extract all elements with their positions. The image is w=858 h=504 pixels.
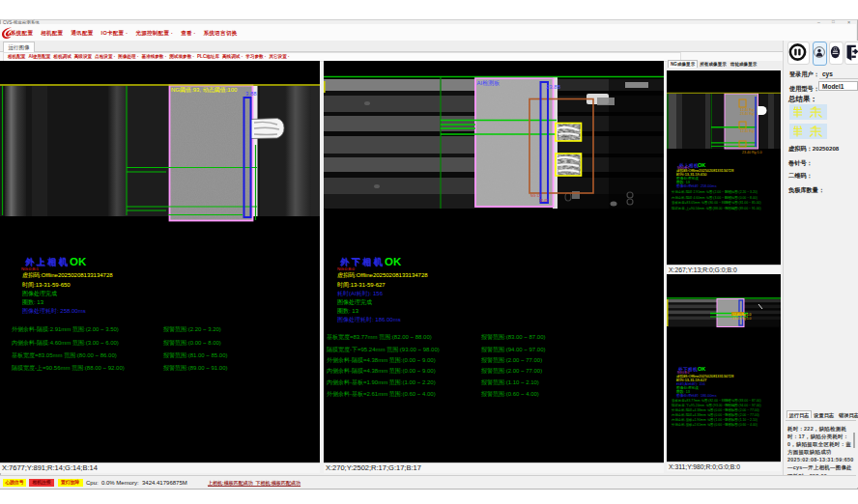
svg-text:图像处理耗时: 186.00ms: 图像处理耗时: 186.00ms	[676, 393, 717, 398]
svg-text:外侧余料-隔膜=4.38mm 范围:(0.00 ~ 9.00: 外侧余料-隔膜=4.38mm 范围:(0.00 ~ 9.00)	[327, 356, 436, 364]
svg-text:外侧余料-隔膜:2.91mm 范围:(2.00 ~ 3.50: 外侧余料-隔膜:2.91mm 范围:(2.00 ~ 3.50)	[672, 189, 732, 194]
svg-text:报警范围:(81.00 ~ 85.00): 报警范围:(81.00 ~ 85.00)	[162, 351, 228, 359]
svg-text:报警范围:(2.00 ~ 77.00): 报警范围:(2.00 ~ 77.00)	[480, 356, 542, 364]
svg-text:外侧余料-基板=2.61mm 范围:(0.60 ~ 4.00: 外侧余料-基板=2.61mm 范围:(0.60 ~ 4.00)	[327, 390, 436, 398]
svg-text:报警范围:(89.00 ~ 91.00): 报警范围:(89.00 ~ 91.00)	[162, 364, 228, 372]
svg-text:OK: OK	[385, 256, 402, 267]
svg-text:时间:13-31-59-650: 时间:13-31-59-650	[22, 282, 71, 289]
svg-text:基板宽度=83.77mm 范围:(82.00 ~ 88.00: 基板宽度=83.77mm 范围:(82.00 ~ 88.00)	[327, 333, 432, 341]
svg-text:报警范围:(2.20 ~ 3.20): 报警范围:(2.20 ~ 3.20)	[162, 325, 221, 333]
svg-text:报警范围:(83.00 ~ 87.00): 报警范围:(83.00 ~ 87.00)	[725, 398, 761, 403]
svg-text:3.88: 3.88	[245, 91, 257, 97]
svg-text:时间:13-31-59-627: 时间:13-31-59-627	[337, 282, 386, 289]
svg-text:23.40 Rg:1.0: 23.40 Rg:1.0	[742, 151, 762, 154]
svg-text:报警范围:(0.60 ~ 4.00): 报警范围:(0.60 ~ 4.00)	[480, 390, 539, 398]
svg-text:报警范围:(2.20 ~ 3.20): 报警范围:(2.20 ~ 3.20)	[725, 189, 758, 194]
svg-text:外侧余料-隔膜:2.91mm 范围:(2.00 ~ 3.50: 外侧余料-隔膜:2.91mm 范围:(2.00 ~ 3.50)	[12, 325, 119, 333]
svg-text:报警范围:(94.00 ~ 97.00): 报警范围:(94.00 ~ 97.00)	[725, 403, 761, 407]
svg-text:基板宽度=83.05mm 范围:(80.00 ~ 86.00: 基板宽度=83.05mm 范围:(80.00 ~ 86.00)	[672, 201, 730, 205]
svg-text:图像处理耗时: 186.00ms: 图像处理耗时: 186.00ms	[337, 316, 401, 323]
svg-text:圈数: 13: 圈数: 13	[22, 299, 44, 306]
svg-text:隔膜宽度-上=90.56mm 范围:(88.00 ~ 92.: 隔膜宽度-上=90.56mm 范围:(88.00 ~ 92.00)	[12, 364, 125, 372]
svg-text:虚拟码:Offline20250208133134728: 虚拟码:Offline20250208133134728	[22, 271, 113, 278]
svg-text:报警范围:(2.00 ~ 77.00): 报警范围:(2.00 ~ 77.00)	[725, 412, 759, 417]
svg-text:报警范围:(94.00 ~ 97.00): 报警范围:(94.00 ~ 97.00)	[480, 346, 546, 353]
svg-text:隔膜宽度-下=95.24mm 范围:(93.00 ~ 98.: 隔膜宽度-下=95.24mm 范围:(93.00 ~ 98.00)	[327, 346, 440, 353]
svg-text:图像处理完成: 图像处理完成	[337, 298, 372, 306]
svg-text:圈数: 13: 圈数: 13	[337, 308, 359, 315]
svg-text:NG:0;B:1: NG:0;B:1	[21, 266, 40, 271]
svg-text:报警范围:(0.60 ~ 4.00): 报警范围:(0.60 ~ 4.00)	[725, 422, 758, 427]
svg-text:12.45: 12.45	[539, 199, 548, 203]
svg-text:OK: OK	[70, 256, 87, 267]
svg-text:23.40 Rg:1.0: 23.40 Rg:1.0	[732, 317, 752, 321]
svg-text:12.40 Rg:1: 12.40 Rg:1	[740, 129, 757, 133]
svg-text:基板宽度=83.77mm 范围:(82.00 ~ 88.00: 基板宽度=83.77mm 范围:(82.00 ~ 88.00)	[672, 399, 730, 403]
svg-text:报警范围:(89.00 ~ 91.00): 报警范围:(89.00 ~ 91.00)	[725, 206, 761, 210]
svg-text:NG阈值:93, 动态阈值:100: NG阈值:93, 动态阈值:100	[171, 86, 238, 94]
svg-text:耗时(AI耗时): 156: 耗时(AI耗时): 156	[337, 291, 384, 297]
svg-text:报警范围:(2.00 ~ 77.00): 报警范围:(2.00 ~ 77.00)	[480, 367, 542, 375]
svg-text:内侧余料-基板=1.90mm 范围:(1.00 ~ 2.20: 内侧余料-基板=1.90mm 范围:(1.00 ~ 2.20)	[327, 379, 436, 386]
svg-text:报警范围:(81.00 ~ 85.00): 报警范围:(81.00 ~ 85.00)	[725, 200, 761, 205]
svg-text:报警范围:(1.10 ~ 2.10): 报警范围:(1.10 ~ 2.10)	[725, 417, 758, 422]
svg-text:报警范围:(83.00 ~ 87.00): 报警范围:(83.00 ~ 87.00)	[480, 333, 546, 341]
svg-text:报警范围:(1.10 ~ 2.10): 报警范围:(1.10 ~ 2.10)	[480, 378, 539, 386]
svg-text:图像处理完成: 图像处理完成	[22, 290, 57, 297]
svg-text:报警范围:(0.00 ~ 8.00): 报警范围:(0.00 ~ 8.00)	[162, 339, 221, 347]
svg-text:内侧余料-隔膜:4.60mm 范围:(3.00 ~ 6.00: 内侧余料-隔膜:4.60mm 范围:(3.00 ~ 6.00)	[672, 195, 732, 200]
svg-text:NG:0;B:0: NG:0;B:0	[337, 266, 356, 271]
svg-text:报警范围:(2.00 ~ 77.00): 报警范围:(2.00 ~ 77.00)	[725, 407, 759, 412]
svg-text:图像处理耗时: 258.00ms: 图像处理耗时: 258.00ms	[22, 307, 86, 315]
svg-text:虚拟码:Offline20250208133134728: 虚拟码:Offline20250208133134728	[337, 271, 428, 278]
svg-text:报警范围:(0.00 ~ 8.00): 报警范围:(0.00 ~ 8.00)	[725, 195, 758, 200]
svg-text:图像处理耗时: 258.00ms: 图像处理耗时: 258.00ms	[676, 183, 717, 188]
svg-text:AI检测板: AI检测板	[477, 79, 500, 86]
svg-text:OK: OK	[698, 162, 705, 168]
svg-text:内侧余料-隔膜:4.60mm 范围:(3.00 ~ 6.00: 内侧余料-隔膜:4.60mm 范围:(3.00 ~ 6.00)	[12, 339, 119, 347]
svg-text:基板宽度=83.05mm 范围:(80.00 ~ 86.00: 基板宽度=83.05mm 范围:(80.00 ~ 86.00)	[12, 351, 117, 359]
svg-text:内侧余料-隔膜=4.38mm 范围:(0.00 ~ 9.00: 内侧余料-隔膜=4.38mm 范围:(0.00 ~ 9.00)	[327, 367, 436, 375]
svg-text:NG:12: NG:12	[530, 194, 540, 198]
svg-text:23.88: 23.88	[546, 84, 561, 90]
svg-text:OK: OK	[698, 366, 705, 372]
